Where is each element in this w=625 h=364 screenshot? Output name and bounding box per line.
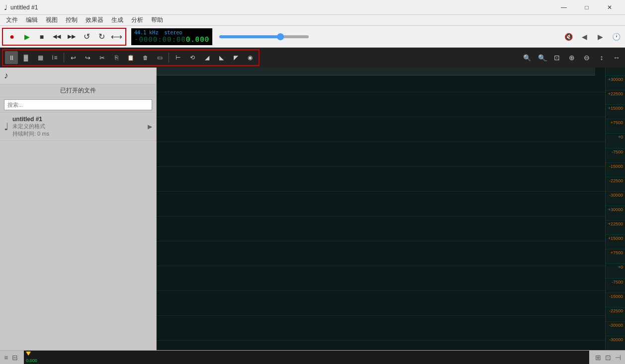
file-info: untitled #1 未定义的格式 持续时间: 0 ms: [12, 116, 144, 138]
scale-label: +0: [606, 133, 625, 147]
waveform-view-button[interactable]: ▓: [19, 51, 32, 64]
history-button[interactable]: 🕐: [609, 30, 623, 44]
sidebar-header: ♪: [0, 68, 156, 84]
zoom-in-h-button[interactable]: 🔍: [521, 51, 534, 64]
scale-label: -30000: [606, 191, 625, 206]
loop-sel-button[interactable]: ⟲: [186, 51, 199, 64]
mute-icon[interactable]: 🔇: [561, 30, 575, 44]
zoom-sel2-button[interactable]: ↔: [610, 51, 623, 64]
file-format: 未定义的格式: [12, 123, 144, 130]
cut-button[interactable]: ✂: [95, 51, 108, 64]
delete-button[interactable]: 🗑: [139, 51, 152, 64]
nav-fwd-button[interactable]: ▶: [593, 30, 607, 44]
maximize-button[interactable]: □: [575, 0, 598, 15]
normalize-button[interactable]: ◉: [244, 51, 257, 64]
bounce-button[interactable]: ⟷: [109, 30, 123, 44]
menu-item-帮助[interactable]: 帮助: [147, 15, 167, 25]
menu-bar: 文件编辑视图控制效果器生成分析帮助: [0, 15, 625, 26]
file-list: ♩ untitled #1 未定义的格式 持续时间: 0 ms ▶: [0, 113, 156, 350]
transport-group: ● ▶ ■ ◀◀ ▶▶ ↺ ↻ ⟷: [2, 28, 126, 46]
status-bar: ≡ ⊟ 0.000 ⊞ ⊡ ⊣: [0, 350, 625, 364]
scale-label: +15000: [606, 104, 625, 119]
rewind-button[interactable]: ◀◀: [50, 30, 64, 44]
scale-label: -7500: [606, 148, 625, 162]
menu-item-分析[interactable]: 分析: [127, 15, 147, 25]
status-menu-icon[interactable]: ≡: [4, 354, 8, 362]
scale-bar: +30000 +22500 +15000 +7500 +0 -7500 -150…: [605, 68, 625, 350]
loop-button[interactable]: ↺: [80, 30, 93, 44]
record-button[interactable]: ●: [5, 30, 19, 44]
time-counter: -0000:00:000.000: [134, 35, 209, 43]
menu-item-文件[interactable]: 文件: [2, 15, 22, 25]
volume-slider[interactable]: [219, 35, 309, 38]
scrub-button[interactable]: ⁞≡: [48, 51, 61, 64]
loop2-button[interactable]: ↻: [94, 30, 108, 44]
title-bar: ♩ untitled #1 — □ ✕: [0, 0, 625, 15]
forward-button[interactable]: ▶▶: [65, 30, 79, 44]
paste-button[interactable]: 📋: [124, 51, 137, 64]
minimize-button[interactable]: —: [552, 0, 575, 15]
freq-display: 44.1 kHz stereo: [134, 30, 209, 35]
zoom-sel1-button[interactable]: ↕: [595, 51, 608, 64]
ruler: [157, 68, 595, 75]
separator-1: [64, 53, 64, 63]
scale-label: -30000: [606, 321, 625, 336]
scale-label: -15000: [606, 292, 625, 307]
play-button[interactable]: ▶: [20, 30, 34, 44]
cursor-tool-button[interactable]: ⏸: [5, 51, 18, 64]
zoom-out-h-button[interactable]: 🔍−: [536, 51, 548, 64]
menu-item-控制[interactable]: 控制: [62, 15, 82, 25]
main-content: ♪ 已打开的文件 ♩ untitled #1 未定义的格式 持续时间: 0 ms…: [0, 68, 625, 350]
amplify-button[interactable]: ◢: [200, 51, 213, 64]
close-button[interactable]: ✕: [598, 0, 621, 15]
fade-in-button[interactable]: ◣: [215, 51, 228, 64]
music-icon: ♪: [4, 71, 8, 81]
menu-item-生成[interactable]: 生成: [107, 15, 127, 25]
scale-label: +15000: [606, 234, 625, 249]
scale-label: -15000: [606, 162, 625, 177]
fade-out-button[interactable]: ◤: [229, 51, 242, 64]
status-snap-icon[interactable]: ⊣: [615, 354, 621, 362]
playhead-marker: [26, 352, 31, 356]
window-controls: — □ ✕: [552, 0, 621, 15]
scale-label: -7500: [606, 278, 625, 292]
search-input[interactable]: [4, 99, 152, 110]
menu-item-编辑[interactable]: 编辑: [22, 15, 42, 25]
transport-bar: ● ▶ ■ ◀◀ ▶▶ ↺ ↻ ⟷ 44.1 kHz stereo -0000:…: [0, 26, 625, 48]
bottom-timeline[interactable]: 0.000: [24, 351, 589, 364]
menu-item-效果器[interactable]: 效果器: [82, 15, 107, 25]
search-box: [0, 97, 156, 113]
files-header: 已打开的文件: [0, 84, 156, 97]
edit-toolbar-inner: ⏸ ▓ ▦ ⁞≡ ↩ ↪ ✂ ⎘ 📋 🗑 ▭ ⊢ ⟲ ◢ ◣ ◤ ◉: [2, 49, 260, 66]
list-item[interactable]: ♩ untitled #1 未定义的格式 持续时间: 0 ms ▶: [0, 113, 156, 141]
undo-button[interactable]: ↩: [67, 51, 80, 64]
sidebar: ♪ 已打开的文件 ♩ untitled #1 未定义的格式 持续时间: 0 ms…: [0, 68, 157, 350]
status-fit-icon[interactable]: ⊡: [605, 354, 611, 362]
scale-label: +22500: [606, 90, 625, 104]
silence-button[interactable]: ⊢: [172, 51, 184, 64]
spectrogram-button[interactable]: ▦: [34, 51, 47, 64]
zoom-fit-button[interactable]: ⊡: [550, 51, 563, 64]
trim-button[interactable]: ▭: [153, 51, 166, 64]
wave-area[interactable]: +30000 +22500 +15000 +7500 +0 -7500 -150…: [157, 68, 625, 350]
zoom-toolbar: 🔍 🔍− ⊡ ⊕ ⊖ ↕ ↔: [521, 51, 623, 64]
status-list-icon[interactable]: ⊟: [12, 354, 18, 362]
menu-item-视图[interactable]: 视图: [42, 15, 62, 25]
file-icon: ♩: [4, 121, 8, 133]
redo-button[interactable]: ↪: [81, 51, 94, 64]
wave-canvas: [157, 68, 605, 350]
stop-button[interactable]: ■: [35, 30, 49, 44]
file-duration: 持续时间: 0 ms: [12, 130, 144, 138]
scale-label: -22500: [606, 307, 625, 321]
zoom-in-v-button[interactable]: ⊕: [565, 51, 578, 64]
nav-back-button[interactable]: ◀: [577, 30, 591, 44]
zoom-out-v-button[interactable]: ⊖: [580, 51, 593, 64]
window-title: untitled #1: [10, 4, 552, 11]
time-display: 44.1 kHz stereo -0000:00:000.000: [131, 28, 212, 45]
file-expand-icon[interactable]: ▶: [148, 123, 152, 130]
status-add-icon[interactable]: ⊞: [595, 354, 601, 362]
scale-label: +0: [606, 263, 625, 278]
copy-button[interactable]: ⎘: [110, 51, 123, 64]
scale-label: +30000: [606, 75, 625, 90]
separator-2: [169, 53, 169, 63]
